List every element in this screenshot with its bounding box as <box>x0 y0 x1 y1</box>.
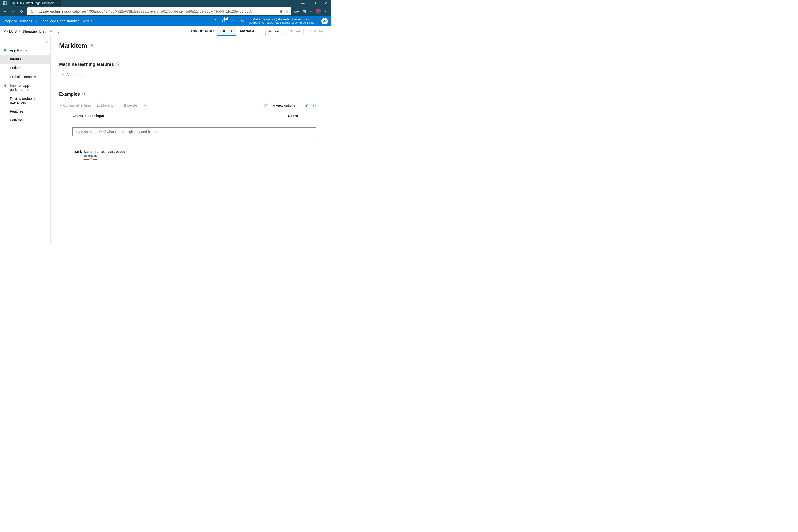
sidebar-item-features[interactable]: Features <box>0 107 51 116</box>
new-tab-button[interactable]: ＋ <box>62 0 69 6</box>
sidebar-item-intents[interactable]: Intents <box>0 55 51 63</box>
browser-tab[interactable]: ● LUIS: Intent Page: MarkItem ✕ <box>10 0 61 6</box>
test-button[interactable]: ⚗Test <box>286 27 304 35</box>
sidebar-group-improve[interactable]: ⚟ Improve app performance <box>0 81 51 94</box>
column-input: Example user input <box>72 114 104 118</box>
improve-icon: ⚟ <box>3 84 7 88</box>
example-input[interactable] <box>72 127 317 136</box>
sidebar-group-app-assets[interactable]: ▣ App Assets <box>0 46 51 55</box>
favorite-icon[interactable]: ✩ <box>285 10 288 13</box>
add-feature-button[interactable]: ＋ Add feature <box>59 72 317 77</box>
flask-icon: ⚗ <box>290 29 293 33</box>
sidebar-item-entities[interactable]: Entities <box>0 63 51 72</box>
tab-title: LUIS: Intent Page: MarkItem <box>17 1 54 5</box>
user-info[interactable]: Malte.Reimann@studentambassadors.com AUT… <box>249 18 314 25</box>
close-tab-icon[interactable]: ✕ <box>56 1 59 5</box>
tab-build[interactable]: BUILD <box>217 26 236 36</box>
service-header: Cognitive Services | Language Understand… <box>0 16 331 26</box>
notifications-icon[interactable]: 25 <box>222 19 226 23</box>
ml-features-heading: Machine learning features ? <box>59 62 317 67</box>
zoom-icon[interactable]: ⊕ <box>280 10 283 13</box>
region-label: - westus <box>81 19 92 23</box>
settings-icon[interactable]: ⚙ <box>241 19 244 24</box>
help-icon[interactable]: ? <box>214 19 216 23</box>
breadcrumb-app[interactable]: Shopping List <box>22 29 45 33</box>
main-content: MarkItem ✎ Machine learning features ? ＋… <box>51 36 331 243</box>
sidebar-item-prebuilt[interactable]: Prebuilt Domains <box>0 72 51 81</box>
browser-titlebar: ● LUIS: Intent Page: MarkItem ✕ ＋ ― ❐ ✕ <box>0 0 331 6</box>
back-button[interactable]: ← <box>2 8 8 14</box>
favicon-icon: ● <box>12 2 15 5</box>
notification-badge: 25 <box>224 17 228 20</box>
page-title: MarkItem <box>59 42 87 50</box>
mention-icon[interactable]: @ <box>313 103 317 108</box>
utterance-word: mark <box>74 150 82 154</box>
profile-avatar-icon[interactable] <box>316 8 321 14</box>
url-text: https://www.luis.ai/applications/e7763af… <box>37 10 252 13</box>
examples-column-headers: Example user input Score <box>59 110 317 122</box>
close-window-button[interactable]: ✕ <box>320 0 331 6</box>
examples-heading: Examples ? <box>59 92 317 97</box>
assets-icon: ▣ <box>3 48 7 52</box>
publish-button[interactable]: ⇪Publish <box>306 27 328 35</box>
maximize-button[interactable]: ❐ <box>309 0 320 6</box>
utterance-row[interactable]: mark bananas ItemName as completed - <box>59 141 317 160</box>
app-menu-icon[interactable] <box>0 0 10 6</box>
version-chevron-icon[interactable]: ⌄ <box>57 29 60 34</box>
move-to-button[interactable]: 🗂 Move to ⌄ <box>97 103 117 108</box>
example-input-row <box>59 122 317 141</box>
utterance-word: as <box>101 150 105 154</box>
upload-icon: ⇪ <box>309 29 312 33</box>
annotation-underline-icon <box>83 158 98 160</box>
svg-rect-0 <box>3 2 6 5</box>
breadcrumb-root[interactable]: My LUIS <box>3 29 17 33</box>
tab-manage[interactable]: MANAGE <box>236 26 259 36</box>
address-bar[interactable]: 🔒 https://www.luis.ai/applications/e7763… <box>27 7 291 15</box>
sidebar-item-patterns[interactable]: Patterns <box>0 116 51 125</box>
edit-title-icon[interactable]: ✎ <box>90 43 93 48</box>
confirm-entities-button[interactable]: ✓ Confirm all entities <box>59 103 91 108</box>
search-icon[interactable] <box>264 103 268 108</box>
delete-button[interactable]: 🗑 Delete <box>123 103 137 108</box>
tab-dashboard[interactable]: DASHBOARD <box>187 26 217 36</box>
sidebar-item-review[interactable]: Review endpoint utterances <box>0 94 51 107</box>
user-avatar[interactable]: MR <box>321 18 328 24</box>
refresh-button[interactable]: ⟳ <box>19 8 25 14</box>
plus-icon: ＋ <box>61 72 64 77</box>
column-score: Score <box>288 114 298 118</box>
collapse-sidebar-icon[interactable]: « <box>0 38 51 46</box>
filter-icon[interactable] <box>304 103 308 108</box>
favorites-icon[interactable]: ✩≡ <box>294 9 299 14</box>
feedback-icon[interactable]: ☺ <box>231 19 235 23</box>
app-bar: My LUIS / Shopping List V0.1 ⌄ DASHBOARD… <box>0 26 331 36</box>
svg-point-2 <box>265 104 267 107</box>
forward-button[interactable]: → <box>10 8 16 14</box>
user-email: Malte.Reimann@studentambassadors.com <box>249 18 314 21</box>
collections-icon[interactable]: ⊞ <box>303 9 306 14</box>
version-label: V0.1 <box>49 30 54 33</box>
entity-label: ItemName <box>84 154 97 157</box>
train-button[interactable]: ✸Train <box>265 27 284 35</box>
window-controls: ― ❐ ✕ <box>297 0 331 6</box>
browser-toolbar: ← → ⟳ 🔒 https://www.luis.ai/applications… <box>0 6 331 16</box>
utterance-entity[interactable]: bananas ItemName <box>84 150 98 154</box>
product-label[interactable]: Language Understanding <box>41 19 79 23</box>
view-options-button[interactable]: ≡ View options ⌄ <box>273 103 299 108</box>
svg-line-3 <box>267 106 268 107</box>
extensions-icon[interactable]: ✧ <box>309 9 312 14</box>
help-tooltip-icon[interactable]: ? <box>116 62 120 66</box>
sidebar: « ▣ App Assets Intents Entities Prebuilt… <box>0 36 51 243</box>
help-tooltip-icon[interactable]: ? <box>82 92 87 96</box>
breadcrumb: My LUIS / Shopping List <box>3 29 45 33</box>
utterance-score: - <box>291 150 293 154</box>
brand-label[interactable]: Cognitive Services <box>3 19 32 23</box>
svg-rect-1 <box>3 2 4 5</box>
minimize-button[interactable]: ― <box>297 0 309 6</box>
utterance-word: completed <box>108 150 125 154</box>
lock-icon: 🔒 <box>30 10 34 13</box>
examples-toolbar: ✓ Confirm all entities 🗂 Move to ⌄ 🗑 Del… <box>59 100 317 110</box>
more-actions-icon[interactable]: ⋯ <box>142 103 146 108</box>
browser-menu-icon[interactable]: ⋯ <box>325 9 329 14</box>
